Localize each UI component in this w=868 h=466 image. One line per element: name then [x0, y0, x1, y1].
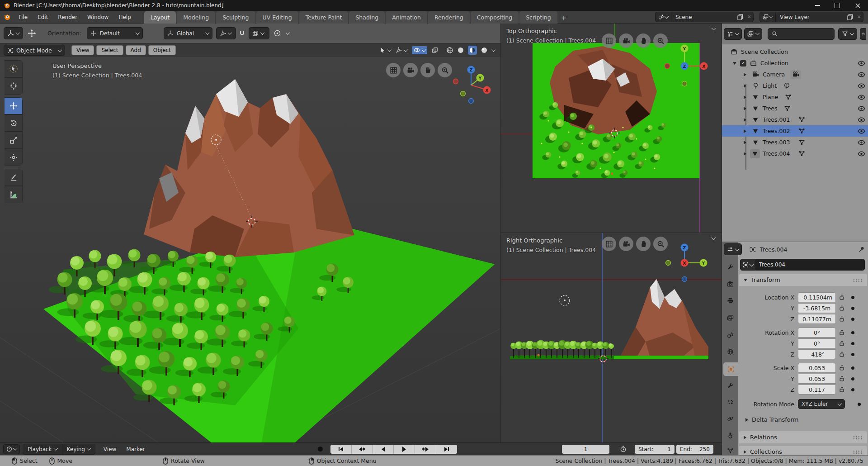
panel-drag-handle[interactable] — [853, 450, 863, 454]
expand-icon[interactable] — [744, 107, 746, 110]
eye-icon[interactable] — [854, 140, 868, 145]
top-camera-view-button[interactable] — [619, 33, 633, 48]
transform-section-header[interactable]: Transform — [739, 274, 867, 286]
orientation-dropdown[interactable]: Default — [87, 27, 143, 39]
add-workspace-button[interactable]: + — [558, 14, 571, 24]
pan-view-button[interactable] — [420, 63, 435, 77]
collapse-icon[interactable] — [733, 62, 736, 65]
transform-orientation-dropdown[interactable]: Global — [164, 27, 212, 39]
outliner-item-plane[interactable]: Plane — [722, 91, 868, 103]
keyframe-dot[interactable] — [851, 388, 854, 391]
tab-view-layer[interactable] — [722, 311, 738, 324]
prev-frame-button[interactable] — [373, 445, 394, 454]
outliner-editor-type-button[interactable] — [724, 28, 742, 40]
tab-scripting[interactable]: Scripting — [519, 11, 557, 24]
right-grid-ortho-button[interactable] — [602, 237, 616, 251]
tab-render[interactable] — [722, 277, 738, 290]
close-button[interactable] — [847, 0, 868, 11]
keyframe-dot[interactable] — [851, 307, 854, 310]
scale-tool[interactable] — [5, 132, 23, 149]
right-axis-gizmo[interactable]: Z X Y — [665, 236, 710, 290]
keyframe-dot[interactable] — [851, 342, 854, 345]
overlays-toggle[interactable] — [412, 46, 427, 54]
blender-menu-icon[interactable] — [0, 11, 14, 24]
right-ortho-viewport[interactable]: Right Orthographic (1) Scene Collection … — [501, 233, 722, 442]
outliner-item-scene-collection[interactable]: Scene Collection — [722, 46, 868, 57]
right-camera-view-button[interactable] — [619, 237, 633, 251]
rotation-z-field[interactable]: -418° — [798, 349, 836, 359]
keyframe-dot[interactable] — [858, 403, 861, 406]
tab-rendering[interactable]: Rendering — [428, 11, 470, 24]
outliner-item-trees-002[interactable]: Trees.002 — [722, 125, 868, 137]
annotate-tool[interactable] — [5, 169, 23, 186]
menu-render[interactable]: Render — [53, 14, 82, 20]
tab-world[interactable] — [722, 345, 738, 358]
next-keyframe-button[interactable] — [415, 445, 436, 454]
eye-icon[interactable] — [854, 83, 868, 89]
keyframe-dot[interactable] — [851, 296, 854, 299]
viewport-menu-add[interactable]: Add — [126, 45, 146, 55]
playback-menu[interactable]: Playback — [23, 444, 62, 454]
lock-icon[interactable] — [836, 294, 848, 300]
play-button[interactable] — [394, 445, 415, 454]
expand-icon[interactable] — [744, 129, 746, 133]
mesh-data-icon[interactable] — [796, 128, 807, 134]
view-layer-selector[interactable]: View Layer ✕ — [760, 12, 863, 22]
collection-checkbox[interactable]: ✓ — [740, 60, 746, 67]
tab-scene[interactable] — [722, 328, 738, 342]
mesh-data-icon[interactable] — [796, 150, 807, 157]
scene-selector[interactable]: Scene ✕ — [655, 12, 754, 22]
location-z-field[interactable]: 0.11077m — [798, 314, 836, 324]
lock-icon[interactable] — [836, 316, 848, 322]
eye-icon[interactable] — [854, 95, 868, 100]
timeline-marker-menu[interactable]: Marker — [126, 446, 145, 452]
pin-icon[interactable] — [854, 246, 868, 253]
shading-dropdown-chevron[interactable] — [491, 48, 496, 52]
shading-solid-icon[interactable] — [457, 47, 464, 54]
select-box-tool[interactable] — [5, 60, 23, 77]
top-axis-gizmo[interactable]: Y Z X — [665, 33, 710, 91]
tab-texture-paint[interactable]: Texture Paint — [299, 11, 349, 24]
frame-start-field[interactable]: Start:1 — [635, 445, 675, 454]
properties-editor-type-button[interactable] — [724, 243, 742, 255]
mesh-data-icon[interactable] — [796, 116, 807, 123]
lock-icon[interactable] — [836, 329, 848, 336]
menu-window[interactable]: Window — [82, 14, 113, 20]
viewport-menu-object[interactable]: Object — [148, 45, 176, 55]
outliner-item-trees[interactable]: Trees — [722, 103, 868, 114]
zoom-view-button[interactable] — [438, 63, 452, 77]
gizmos-toggle[interactable] — [396, 47, 407, 53]
object-name-field[interactable]: Trees.004 — [756, 259, 865, 271]
location-x-field[interactable]: -0.11504m — [798, 292, 836, 302]
delta-transform-section[interactable]: Delta Transform — [745, 416, 798, 423]
xray-toggle[interactable] — [432, 47, 438, 53]
tab-shading[interactable]: Shading — [349, 11, 385, 24]
auto-keyframe-stopwatch-icon[interactable] — [618, 446, 628, 452]
scale-z-field[interactable]: 0.117 — [798, 385, 836, 395]
jump-to-end-button[interactable] — [436, 445, 457, 454]
object-type-dropdown[interactable] — [740, 259, 756, 271]
menu-file[interactable]: File — [14, 14, 33, 20]
expand-icon[interactable] — [744, 73, 746, 76]
tab-particles[interactable] — [722, 395, 738, 409]
eye-icon[interactable] — [854, 128, 868, 134]
mesh-data-icon[interactable] — [782, 105, 793, 112]
mode-dropdown[interactable]: Object Mode — [4, 45, 65, 56]
shading-material-icon[interactable] — [468, 46, 477, 55]
lock-icon[interactable] — [836, 340, 848, 347]
outliner-item-trees-004[interactable]: Trees.004 — [722, 148, 868, 159]
relations-section-header[interactable]: Relations — [739, 431, 867, 443]
expand-icon[interactable] — [744, 95, 746, 99]
pivot-point-dropdown[interactable] — [216, 27, 236, 39]
editor-type-button[interactable] — [4, 27, 23, 39]
tab-object-data[interactable] — [722, 444, 738, 455]
timeline-view-menu[interactable]: View — [104, 446, 116, 452]
new-view-layer-icon[interactable] — [845, 14, 855, 20]
eye-icon[interactable] — [854, 106, 868, 111]
eye-icon[interactable] — [854, 61, 868, 66]
top-grid-ortho-button[interactable] — [602, 33, 616, 48]
tab-constraints[interactable] — [722, 428, 738, 442]
lock-icon[interactable] — [836, 376, 848, 382]
cursor-tool[interactable] — [5, 77, 23, 95]
shading-rendered-icon[interactable] — [481, 47, 488, 54]
